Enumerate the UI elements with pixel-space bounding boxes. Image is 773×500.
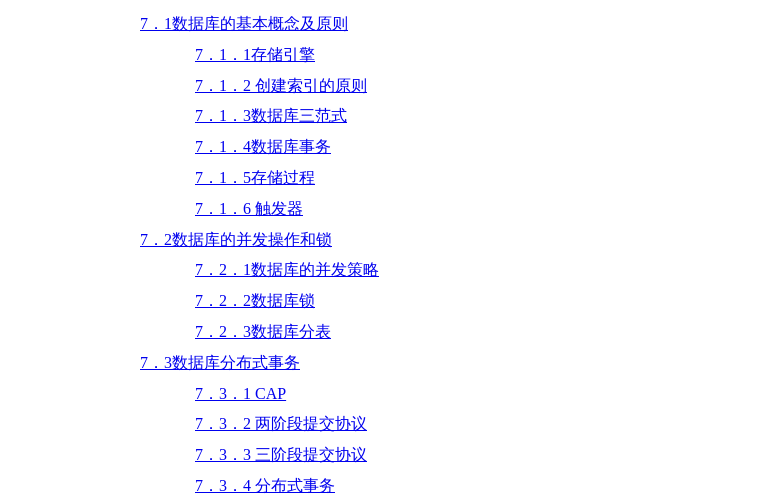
toc-item-7-1-2[interactable]: 7．1．2 创建索引的原则	[195, 72, 753, 101]
toc-item-7-1-3[interactable]: 7．1．3数据库三范式	[195, 102, 753, 131]
toc-item-7-1-6[interactable]: 7．1．6 触发器	[195, 195, 753, 224]
toc-item-7-3[interactable]: 7．3数据库分布式事务	[140, 349, 753, 378]
toc-item-7-2-1[interactable]: 7．2．1数据库的并发策略	[195, 256, 753, 285]
toc-item-7-3-4[interactable]: 7．3．4 分布式事务	[195, 472, 753, 500]
toc-item-7-2-2[interactable]: 7．2．2数据库锁	[195, 287, 753, 316]
toc-item-7-2-3[interactable]: 7．2．3数据库分表	[195, 318, 753, 347]
toc-item-7-1[interactable]: 7．1数据库的基本概念及原则	[140, 10, 753, 39]
toc-item-7-2[interactable]: 7．2数据库的并发操作和锁	[140, 226, 753, 255]
toc-item-7-1-5[interactable]: 7．1．5存储过程	[195, 164, 753, 193]
toc-item-7-1-4[interactable]: 7．1．4数据库事务	[195, 133, 753, 162]
toc-item-7-3-1[interactable]: 7．3．1 CAP	[195, 380, 753, 409]
toc-item-7-3-3[interactable]: 7．3．3 三阶段提交协议	[195, 441, 753, 470]
toc-item-7-3-2[interactable]: 7．3．2 两阶段提交协议	[195, 410, 753, 439]
table-of-contents: 7．1数据库的基本概念及原则 7．1．1存储引擎 7．1．2 创建索引的原则 7…	[20, 10, 753, 500]
toc-item-7-1-1[interactable]: 7．1．1存储引擎	[195, 41, 753, 70]
